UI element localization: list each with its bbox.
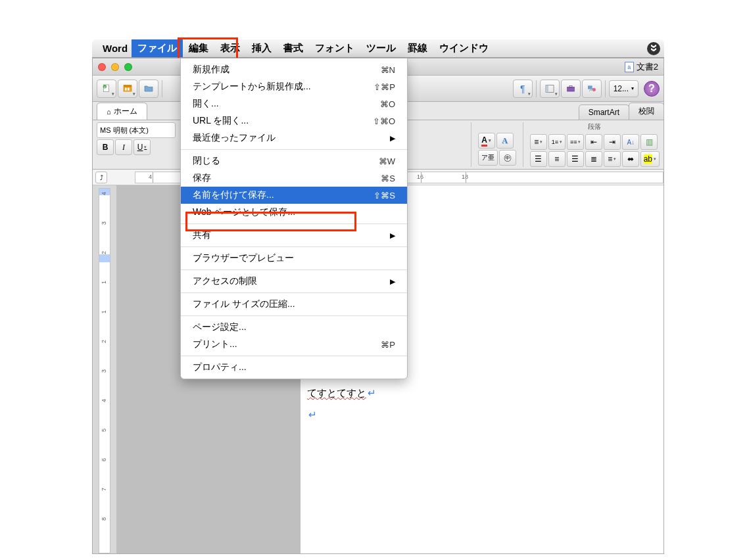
menu-tools[interactable]: ツール xyxy=(360,39,402,57)
open-button[interactable] xyxy=(139,80,158,98)
font-name-selector[interactable]: MS 明朝 (本文) xyxy=(97,122,176,138)
home-icon: ⌂ xyxy=(107,108,111,116)
tab-review[interactable]: 校閲 xyxy=(629,103,664,120)
font-effects-group: A▾ A ア亜 ㊥ xyxy=(478,122,516,166)
menu-item[interactable]: 新規作成⌘N xyxy=(181,61,407,78)
menu-item-shortcut: ⌘N xyxy=(381,65,395,75)
decrease-indent-button[interactable]: ⇤ xyxy=(585,134,602,150)
sort-button[interactable]: A↓ xyxy=(622,134,639,150)
vertical-ruler[interactable]: 432112345678 xyxy=(99,188,110,553)
tab-home[interactable]: ⌂ホーム xyxy=(97,103,147,120)
menu-item-shortcut: ⌘W xyxy=(379,156,395,166)
menu-item[interactable]: プロパティ... xyxy=(181,359,407,376)
menu-separator xyxy=(181,315,407,316)
submenu-arrow-icon: ▶ xyxy=(390,134,395,143)
menu-format[interactable]: 書式 xyxy=(277,39,309,57)
menu-item-label: プロパティ... xyxy=(193,362,247,373)
menu-separator xyxy=(181,269,407,270)
menu-item[interactable]: 名前を付けて保存...⇧⌘S xyxy=(181,187,407,204)
vertical-ruler-container: 432112345678 xyxy=(93,185,116,553)
zoom-window-button[interactable] xyxy=(124,63,132,71)
traffic-lights xyxy=(98,63,132,71)
enclose-chars-button[interactable]: ㊥ xyxy=(499,150,516,166)
svg-rect-4 xyxy=(124,85,132,87)
vruler-number: 6 xyxy=(101,458,107,461)
menu-window[interactable]: ウインドウ xyxy=(433,39,494,57)
multilevel-list-button[interactable]: ≡≡▾ xyxy=(567,134,585,150)
menu-item[interactable]: 共有▶ xyxy=(181,227,407,244)
show-formatting-button[interactable]: ¶▾ xyxy=(513,80,533,98)
menu-item[interactable]: アクセスの制限▶ xyxy=(181,273,407,290)
menu-item-label: 閉じる xyxy=(193,155,220,167)
menu-item-label: URL を開く... xyxy=(193,115,249,127)
columns-button[interactable]: ▥ xyxy=(640,134,658,150)
align-center-button[interactable]: ≡ xyxy=(548,151,566,167)
menu-borders[interactable]: 罫線 xyxy=(402,39,433,57)
align-left-button[interactable]: ☰ xyxy=(530,151,547,167)
increase-indent-button[interactable]: ⇥ xyxy=(604,134,621,150)
menu-file[interactable]: ファイル xyxy=(132,39,183,57)
menu-item[interactable]: ファイル サイズの圧縮... xyxy=(181,296,407,313)
toolbar-separator xyxy=(605,80,606,97)
menu-item-shortcut: ⌘S xyxy=(381,174,395,183)
menu-item[interactable]: 開く...⌘O xyxy=(181,95,407,112)
menu-font[interactable]: フォント xyxy=(309,39,360,57)
template-gallery-button[interactable]: ▾ xyxy=(118,80,137,98)
app-name[interactable]: Word xyxy=(103,43,128,54)
menu-item-shortcut: ⌘P xyxy=(381,340,395,350)
ribbon-separator xyxy=(523,122,523,167)
zoom-value: 12... xyxy=(614,84,629,93)
zoom-selector[interactable]: 12...▾ xyxy=(609,80,639,97)
toolbox-button[interactable] xyxy=(561,80,581,98)
toolbar-separator xyxy=(536,80,537,97)
line-spacing-button[interactable]: ≡▾ xyxy=(604,151,621,167)
italic-button[interactable]: I xyxy=(115,139,132,155)
distributed-button[interactable]: ⬌ xyxy=(622,151,639,167)
highlight-button[interactable]: ab▾ xyxy=(640,151,660,167)
svg-text:+: + xyxy=(104,84,106,88)
numbering-button[interactable]: 1≡▾ xyxy=(548,134,566,150)
svg-rect-8 xyxy=(546,85,548,92)
underline-button[interactable]: U▾ xyxy=(133,139,151,155)
submenu-arrow-icon: ▶ xyxy=(390,231,395,240)
menu-item-label: 新規作成 xyxy=(193,64,229,76)
vruler-number: 4 xyxy=(101,399,107,402)
text-line: ↵ xyxy=(307,404,657,425)
menu-item[interactable]: 保存⌘S xyxy=(181,170,407,187)
new-document-button[interactable]: + ▾ xyxy=(97,80,116,98)
tab-smartart[interactable]: SmartArt xyxy=(579,105,629,120)
menu-item[interactable]: 閉じる⌘W xyxy=(181,152,407,170)
menu-item[interactable]: URL を開く...⇧⌘O xyxy=(181,112,407,129)
menu-view[interactable]: 表示 xyxy=(214,39,246,57)
sidebar-button[interactable]: ▾ xyxy=(540,80,560,98)
help-button[interactable]: ? xyxy=(644,81,660,97)
menu-item[interactable]: テンプレートから新規作成...⇧⌘P xyxy=(181,78,407,95)
paragraph-group: 段落 ≡▾ 1≡▾ ≡≡▾ ⇤ ⇥ A↓ ▥ ☰ ≡ ☰ ≣ ≡▾ ⬌ xyxy=(530,122,660,167)
tab-selector[interactable]: ⤴ xyxy=(95,172,107,183)
menu-separator xyxy=(181,292,407,293)
menu-item-label: 保存 xyxy=(193,172,211,184)
menu-insert[interactable]: 挿入 xyxy=(246,39,277,57)
justify-button[interactable]: ≣ xyxy=(585,151,602,167)
text-effects-button[interactable]: A xyxy=(496,133,514,149)
font-color-button[interactable]: A▾ xyxy=(478,133,495,149)
document-title-text: 文書2 xyxy=(637,61,658,73)
phonetic-guide-button[interactable]: ア亜 xyxy=(478,150,498,166)
vruler-number: 8 xyxy=(101,517,107,521)
bullets-button[interactable]: ≡▾ xyxy=(530,134,547,150)
bold-button[interactable]: B xyxy=(97,139,114,155)
svg-rect-6 xyxy=(128,87,130,90)
align-right-button[interactable]: ☰ xyxy=(567,151,584,167)
menu-item[interactable]: ページ設定... xyxy=(181,319,407,336)
ruler-number: 16 xyxy=(417,174,423,180)
menu-item[interactable]: ブラウザーでプレビュー xyxy=(181,250,407,267)
menu-item[interactable]: プリント...⌘P xyxy=(181,336,407,353)
script-menu-icon[interactable] xyxy=(647,42,660,55)
close-window-button[interactable] xyxy=(98,63,106,71)
menu-item-label: テンプレートから新規作成... xyxy=(193,81,311,93)
menu-edit[interactable]: 編集 xyxy=(183,39,214,57)
media-browser-button[interactable] xyxy=(582,80,602,98)
minimize-window-button[interactable] xyxy=(111,63,119,71)
menu-item[interactable]: Web ページとして保存... xyxy=(181,204,407,221)
menu-item[interactable]: 最近使ったファイル▶ xyxy=(181,129,407,147)
